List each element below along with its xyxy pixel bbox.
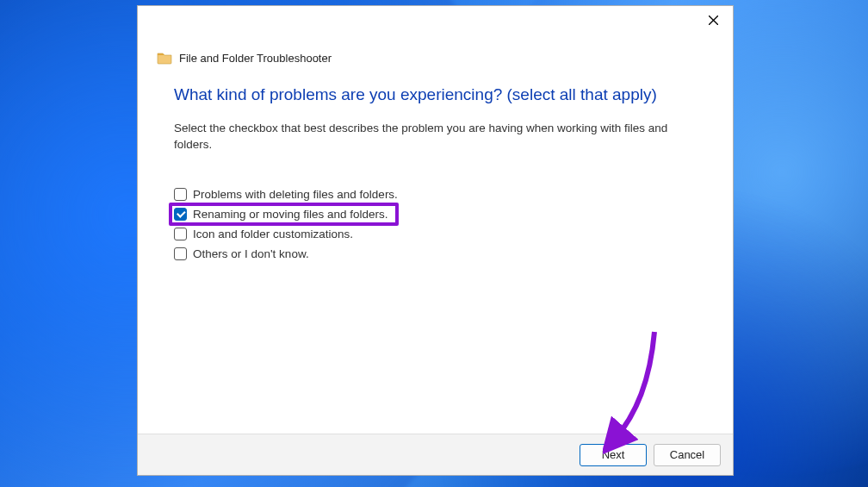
dialog-header: File and Folder Troubleshooter	[138, 51, 733, 70]
dialog-footer: Next Cancel	[138, 434, 733, 475]
next-button[interactable]: Next	[580, 444, 647, 466]
troubleshooter-dialog: File and Folder Troubleshooter What kind…	[137, 5, 734, 476]
checkbox-icon	[174, 247, 187, 260]
option-renaming[interactable]: Renaming or moving files and folders.	[169, 203, 399, 226]
option-label: Others or I don't know.	[193, 247, 309, 260]
page-heading: What kind of problems are you experienci…	[138, 70, 733, 113]
option-label: Icon and folder customizations.	[193, 228, 353, 240]
close-button[interactable]	[693, 6, 733, 34]
checkbox-icon	[174, 228, 187, 240]
cancel-button[interactable]: Cancel	[654, 444, 721, 466]
option-others[interactable]: Others or I don't know.	[174, 247, 309, 260]
close-icon	[709, 16, 718, 25]
checkbox-icon	[174, 208, 187, 221]
option-label: Renaming or moving files and folders.	[193, 208, 388, 221]
option-label: Problems with deleting files and folders…	[193, 188, 398, 201]
options-group: Problems with deleting files and folders…	[138, 157, 733, 260]
option-icons[interactable]: Icon and folder customizations.	[174, 228, 353, 240]
dialog-title: File and Folder Troubleshooter	[179, 52, 332, 65]
page-description: Select the checkbox that best describes …	[138, 113, 733, 157]
checkbox-icon	[174, 188, 187, 201]
folder-icon	[157, 51, 172, 65]
titlebar	[138, 6, 733, 37]
option-deleting[interactable]: Problems with deleting files and folders…	[174, 188, 398, 201]
